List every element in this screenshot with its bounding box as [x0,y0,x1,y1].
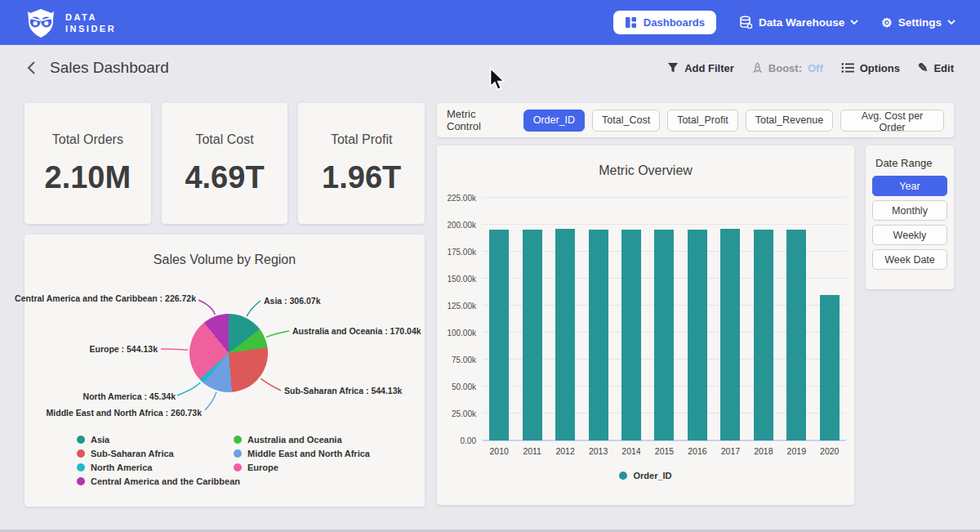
date-range-option-week-date[interactable]: Week Date [872,249,947,270]
kpi-label: Total Profit [331,132,393,147]
metric-option-avg-cost-per-order[interactable]: Avg. Cost per Order [840,110,944,132]
date-range-option-weekly[interactable]: Weekly [872,225,947,245]
pie-circle[interactable] [189,314,268,392]
pie-leader-line [177,382,200,396]
metric-control-bar: Metric Control Order_IDTotal_CostTotal_P… [437,103,954,137]
boost-status: Off [808,62,823,74]
bar-2019[interactable] [786,230,806,440]
y-tick-label: 225.00k [447,194,476,203]
page-header: Sales Dashboard Add Filter Boost: Off [0,45,980,91]
pie-label-central-america-and-the-caribbean: Central America and the Caribbean : 226.… [15,293,196,303]
bar-plot [483,198,846,440]
pie-legend-asia[interactable]: Asia [77,435,240,445]
metric-option-order-id[interactable]: Order_ID [523,110,585,132]
pie-legend-column-2: Australia and OceaniaMiddle East and Nor… [234,435,370,472]
dashboards-button[interactable]: Dashboards [613,11,716,34]
pie-leader-line [161,349,188,350]
x-tick-label: 2016 [681,446,714,456]
y-tick-label: 125.00k [447,302,476,311]
pie-legend-australia-and-oceania[interactable]: Australia and Oceania [234,435,370,445]
kpi-total-orders: Total Orders 2.10M [24,103,151,224]
pie-leader-line [205,392,216,410]
kpi-value: 1.96T [322,160,401,195]
settings-menu[interactable]: ⚙ Settings [881,16,956,29]
bar-bars [483,198,846,440]
pie-leader-line [247,301,261,316]
pie-legend-central-america-and-the-caribbean[interactable]: Central America and the Caribbean [77,476,240,486]
date-range-label: Date Range [875,157,947,169]
sales-volume-card: Sales Volume by Region Asia : 306.07kAus… [24,235,425,507]
bar-2018[interactable] [754,230,773,440]
kpi-label: Total Cost [195,132,253,147]
add-filter-button[interactable]: Add Filter [667,62,734,74]
bar-2011[interactable] [523,230,542,440]
metric-control-label: Metric Control [447,108,512,132]
boost-toggle[interactable]: Boost: Off [752,62,823,74]
bar-ylabels: 225.00k200.00k175.00k150.00k125.00k100.0… [437,198,483,440]
legend-label: Europe [247,463,278,472]
pencil-icon: ✎ [918,60,929,75]
date-range-option-year[interactable]: Year [872,176,947,196]
dashboard-grid-icon [625,16,637,29]
pie-legend-europe[interactable]: Europe [234,463,370,472]
legend-dot [77,463,85,472]
y-tick-label: 0.00 [461,436,476,445]
bar-2015[interactable] [654,230,674,440]
chevron-down-icon [850,20,858,25]
top-navbar: DATA INSIDER Dashboards D [0,0,980,45]
pie-label-australia-and-oceania: Australia and Oceania : 170.04k [292,326,421,336]
x-tick-label: 2010 [483,446,515,456]
kpi-value: 2.10M [45,160,131,195]
edit-button[interactable]: ✎ Edit [918,60,954,75]
bar-2016[interactable] [688,230,707,440]
legend-label: Order_ID [633,471,671,481]
pie-chart: Asia : 306.07kAustralia and Oceania : 17… [24,235,425,507]
y-tick-label: 175.00k [447,248,476,257]
chevron-down-icon [947,20,956,25]
x-tick-label: 2014 [615,446,648,456]
database-icon [739,16,753,29]
legend-label: Middle East and North Africa [247,449,370,458]
pie-label-europe: Europe : 544.13k [90,344,158,354]
filter-icon [667,62,679,74]
bar-2012[interactable] [555,229,575,440]
data-warehouse-menu[interactable]: Data Warehouse [739,16,858,29]
pie-leader-line [266,331,289,338]
x-tick-label: 2017 [714,446,746,456]
options-button[interactable]: Options [841,62,900,74]
bar-2013[interactable] [589,230,608,440]
bar-xlabels: 2010201120122013201420152016201720182019… [437,446,854,456]
kpi-total-profit: Total Profit 1.96T [298,103,425,224]
nav-menu: Dashboards Data Warehouse ⚙ Settings [613,11,956,34]
back-arrow-icon[interactable] [26,60,36,75]
bar-2017[interactable] [720,229,740,440]
bar-2010[interactable] [489,230,509,440]
bar-2014[interactable] [621,230,641,440]
metric-option-total-revenue[interactable]: Total_Revenue [746,110,833,132]
bar-chart-title: Metric Overview [437,163,854,178]
pie-legend-middle-east-and-north-africa[interactable]: Middle East and North Africa [234,449,370,458]
pie-label-asia: Asia : 306.07k [264,296,320,306]
bar-chart-legend[interactable]: Order_ID [437,471,854,481]
kpi-row: Total Orders 2.10M Total Cost 4.69T Tota… [24,103,425,224]
x-tick-label: 2013 [582,446,615,456]
x-tick-label: 2015 [648,446,680,456]
app-logo[interactable]: DATA INSIDER [24,7,116,39]
owl-logo-icon [24,7,57,39]
date-range-option-monthly[interactable]: Monthly [872,200,947,221]
pie-legend-north-america[interactable]: North America [77,463,240,472]
metric-option-total-profit[interactable]: Total_Profit [667,110,738,132]
bar-2020[interactable] [820,295,840,440]
legend-dot [234,463,242,472]
pie-legend-sub-saharan-africa[interactable]: Sub-Saharan Africa [77,449,240,458]
legend-label: Sub-Saharan Africa [91,449,174,458]
date-range-options: YearMonthlyWeeklyWeek Date [872,176,947,270]
y-tick-label: 25.00k [452,409,476,418]
pie-label-sub-saharan-africa: Sub-Saharan Africa : 544.13k [284,386,402,396]
pie-legend-column-1: AsiaSub-Saharan AfricaNorth AmericaCentr… [77,435,240,486]
pie-leader-line [198,300,215,315]
legend-label: Central America and the Caribbean [91,476,240,486]
metric-option-total-cost[interactable]: Total_Cost [592,110,660,132]
y-tick-label: 50.00k [452,382,476,391]
x-tick-label: 2018 [747,446,780,456]
